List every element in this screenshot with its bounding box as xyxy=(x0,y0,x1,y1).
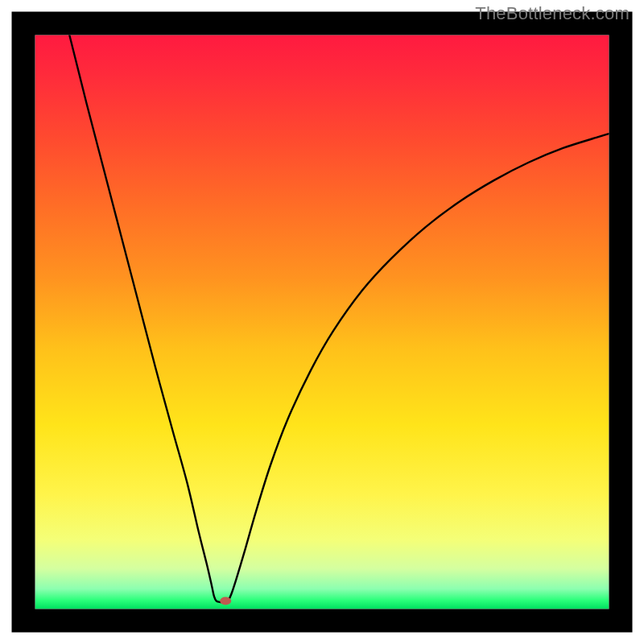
bottleneck-chart xyxy=(0,0,644,644)
watermark-text: TheBottleneck.com xyxy=(475,3,630,24)
chart-stage: TheBottleneck.com xyxy=(0,0,644,644)
gradient-background xyxy=(35,35,609,609)
selected-point-marker xyxy=(220,597,231,605)
